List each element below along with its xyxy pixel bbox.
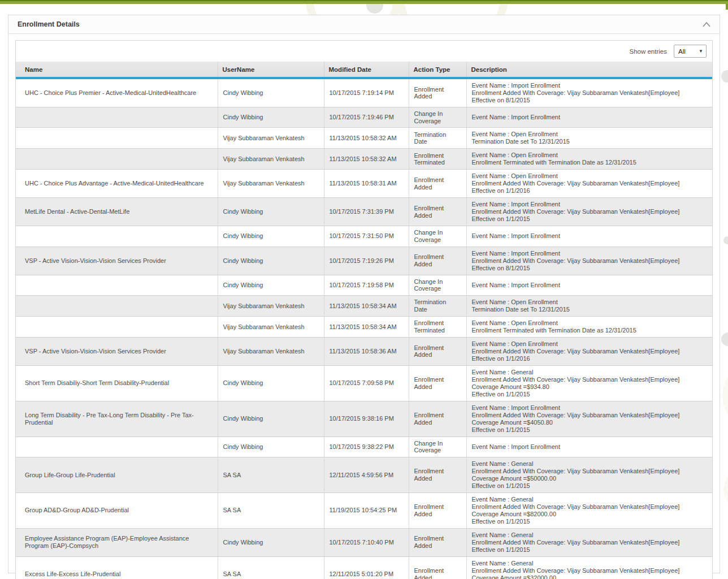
cell-username: Cindy Wibbing: [218, 107, 324, 128]
table-row: Group Life-Group Life-PrudentialSA SA12/…: [16, 457, 712, 493]
description-line: Effective on 1/1/2016: [472, 187, 708, 195]
cell-description: Event Name : GeneralEnrollment Added Wit…: [466, 528, 712, 556]
cell-modified-date: 11/19/2015 10:54:25 PM: [324, 492, 409, 528]
cell-modified-date: 11/13/2015 10:58:34 AM: [324, 316, 409, 337]
description-line: Coverage Amount =$934.80: [472, 383, 708, 391]
cell-description: Event Name : GeneralEnrollment Added Wit…: [466, 556, 712, 579]
description-line: Effective on 1/1/2015: [472, 546, 708, 554]
cell-name: VSP - Active Vision-Vision-Vision Servic…: [16, 247, 218, 275]
description-line: Effective on 1/1/2015: [472, 215, 708, 223]
description-line: Event Name : Import Enrollment: [472, 232, 708, 240]
cell-action-type: Enrollment Added: [409, 365, 466, 401]
cell-action-type: Enrollment Added: [409, 78, 466, 107]
table-row: Vijay Subbaraman Venkatesh11/13/2015 10:…: [16, 128, 712, 149]
cell-username: Cindy Wibbing: [218, 437, 324, 457]
cell-action-type: Enrollment Added: [409, 198, 466, 226]
cell-username: Vijay Subbaraman Venkatesh: [218, 128, 324, 149]
description-line: Coverage Amount =$4050.80: [472, 419, 708, 426]
table-row: Long Term Disability - Pre Tax-Long Term…: [16, 401, 712, 437]
cell-name: [16, 275, 218, 296]
cell-description: Event Name : Open EnrollmentEnrollment T…: [466, 149, 712, 170]
description-line: Coverage Amount =$50000.00: [472, 475, 708, 482]
description-line: Coverage Amount =$32000.00: [472, 574, 708, 579]
column-header-username[interactable]: UserName: [218, 62, 324, 78]
grid-toolbar: Show entries All ▼: [16, 41, 712, 62]
description-line: Enrollment Terminated with Termination D…: [472, 159, 708, 166]
description-line: Effective on 8/1/2015: [472, 265, 708, 272]
cell-username: Cindy Wibbing: [218, 226, 324, 247]
table-row: Vijay Subbaraman Venkatesh11/13/2015 10:…: [16, 316, 712, 337]
cell-description: Event Name : Import EnrollmentEnrollment…: [466, 198, 712, 226]
description-line: Enrollment Added With Coverage: Vijay Su…: [472, 257, 708, 265]
cell-username: Cindy Wibbing: [218, 198, 324, 226]
collapse-panel-button[interactable]: [696, 17, 717, 32]
cell-action-type: Termination Date: [409, 128, 466, 149]
cell-modified-date: 11/13/2015 10:58:36 AM: [324, 337, 409, 365]
enrollment-grid: Show entries All ▼ NameUserNameModified …: [15, 40, 713, 579]
entries-per-page-select[interactable]: All ▼: [674, 45, 707, 58]
panel-header: Enrollment Details: [8, 15, 720, 34]
cell-action-type: Change In Coverage: [409, 275, 466, 296]
cell-modified-date: 12/11/2015 4:59:56 PM: [324, 457, 409, 493]
cell-modified-date: 11/13/2015 10:58:32 AM: [324, 149, 409, 170]
panel-title: Enrollment Details: [18, 20, 80, 28]
cell-action-type: Enrollment Added: [409, 337, 466, 365]
cell-name: Long Term Disability - Pre Tax-Long Term…: [16, 401, 218, 437]
description-line: Event Name : Import Enrollment: [472, 404, 708, 412]
description-line: Enrollment Added With Coverage: Vijay Su…: [472, 376, 708, 383]
description-line: Event Name : Open Enrollment: [472, 131, 708, 138]
cell-modified-date: 10/17/2015 7:31:50 PM: [324, 226, 409, 247]
cell-modified-date: 10/17/2015 7:10:40 PM: [324, 528, 409, 556]
table-row: VSP - Active Vision-Vision-Vision Servic…: [16, 337, 712, 365]
cell-name: Group AD&D-Group AD&D-Prudential: [16, 492, 218, 528]
cell-description: Event Name : Import Enrollment: [466, 226, 712, 247]
cell-action-type: Change In Coverage: [409, 226, 466, 247]
description-line: Termination Date set To 12/31/2015: [472, 138, 708, 145]
cell-name: [16, 226, 218, 247]
description-line: Effective on 8/1/2015: [472, 97, 708, 104]
cell-description: Event Name : GeneralEnrollment Added Wit…: [466, 365, 712, 401]
description-line: Enrollment Added With Coverage: Vijay Su…: [472, 180, 708, 187]
cell-description: Event Name : Import EnrollmentEnrollment…: [466, 401, 712, 437]
enrollment-details-panel: Enrollment Details Show entries All ▼: [8, 15, 720, 573]
description-line: Event Name : Import Enrollment: [472, 282, 708, 289]
cell-username: Vijay Subbaraman Venkatesh: [218, 296, 324, 317]
cell-username: Cindy Wibbing: [218, 401, 324, 437]
column-header-description[interactable]: Description: [466, 62, 712, 78]
cell-action-type: Enrollment Added: [409, 528, 466, 556]
description-line: Enrollment Added With Coverage: Vijay Su…: [472, 468, 708, 475]
cell-action-type: Enrollment Added: [409, 556, 466, 579]
table-row: Cindy Wibbing10/17/2015 7:19:58 PMChange…: [16, 275, 712, 296]
cell-action-type: Enrollment Added: [409, 492, 466, 528]
description-line: Event Name : Open Enrollment: [472, 152, 708, 159]
description-line: Enrollment Added With Coverage: Vijay Su…: [472, 567, 708, 574]
description-line: Event Name : Open Enrollment: [472, 299, 708, 306]
column-header-modified-date[interactable]: Modified Date: [324, 62, 409, 78]
description-line: Event Name : General: [472, 460, 708, 468]
chevron-up-icon: [703, 22, 710, 27]
description-line: Enrollment Terminated with Termination D…: [472, 327, 708, 334]
description-line: Effective on 1/1/2015: [472, 482, 708, 490]
cell-modified-date: 10/17/2015 7:31:39 PM: [324, 198, 409, 226]
cell-username: Vijay Subbaraman Venkatesh: [218, 337, 324, 365]
column-header-name[interactable]: Name: [16, 62, 218, 78]
decorative-circle: [723, 469, 728, 509]
accent-bar-tick: [726, 4, 728, 10]
cell-name: UHC - Choice Plus Advantage - Active-Med…: [16, 170, 218, 198]
cell-name: [16, 316, 218, 337]
cell-username: Vijay Subbaraman Venkatesh: [218, 316, 324, 337]
page-accent-bar: [0, 0, 728, 4]
table-row: Group AD&D-Group AD&D-PrudentialSA SA11/…: [16, 492, 712, 528]
cell-username: SA SA: [218, 556, 324, 579]
cell-name: Short Term Disabiliy-Short Term Disabili…: [16, 365, 218, 401]
table-row: Short Term Disabiliy-Short Term Disabili…: [16, 365, 712, 401]
table-row: Vijay Subbaraman Venkatesh11/13/2015 10:…: [16, 296, 712, 317]
column-header-action-type[interactable]: Action Type: [409, 62, 466, 78]
description-line: Effective on 1/1/2016: [472, 355, 708, 362]
cell-modified-date: 11/13/2015 10:58:32 AM: [324, 128, 409, 149]
description-line: Enrollment Added With Coverage: Vijay Su…: [472, 539, 708, 546]
panel-body: Show entries All ▼ NameUserNameModified …: [8, 34, 720, 579]
cell-action-type: Change In Coverage: [409, 437, 466, 457]
table-header: NameUserNameModified DateAction TypeDesc…: [16, 62, 712, 78]
cell-username: SA SA: [218, 492, 324, 528]
